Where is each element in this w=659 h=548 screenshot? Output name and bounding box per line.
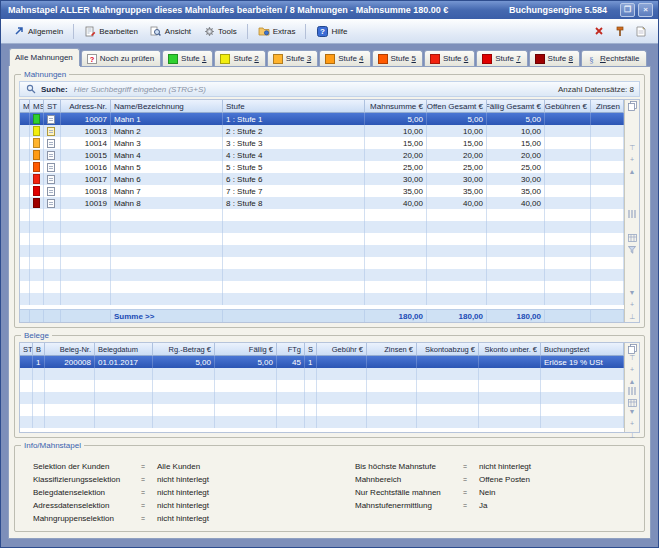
- menu-item-hilfe[interactable]: ?Hilfe: [311, 23, 352, 40]
- info-group: Info/Mahnstapel Selektion der Kunden=All…: [14, 445, 645, 532]
- empty-row: [20, 368, 624, 380]
- grid-icon[interactable]: [627, 398, 638, 407]
- stufe-color-icon: [220, 54, 230, 64]
- beleg-row[interactable]: 120000801.01.20175,005,00451Erlöse 19 % …: [20, 356, 624, 368]
- menu-item-label: Hilfe: [331, 27, 347, 36]
- column-header-f-llig[interactable]: Fällig €: [215, 343, 277, 356]
- column-header-b[interactable]: B: [33, 343, 45, 356]
- column-header-geb-hr[interactable]: Gebühr €: [317, 343, 367, 356]
- info-row: Mahnstufenermittlung=Ja: [355, 499, 640, 512]
- close-red-icon[interactable]: [593, 25, 605, 37]
- info-row: Selektion der Kunden=Alle Kunden: [33, 460, 355, 473]
- empty-row: [20, 404, 624, 416]
- stufe-color-icon: [378, 54, 388, 64]
- equals-separator: =: [463, 489, 479, 496]
- info-label: Mahnstufenermittlung: [355, 501, 463, 510]
- mahnung-row[interactable]: 10015Mahn 44 : Stufe 420,0020,0020,00: [20, 149, 624, 161]
- close-icon[interactable]: ×: [638, 3, 653, 17]
- filter-icon[interactable]: [627, 246, 638, 255]
- empty-row: [20, 293, 624, 305]
- copy-icon[interactable]: [627, 101, 638, 110]
- mahnung-row[interactable]: 10007Mahn 11 : Stufe 15,005,005,00: [20, 113, 624, 125]
- column-header-buchungstext[interactable]: Buchungstext: [541, 343, 624, 356]
- menu-item-tools[interactable]: Tools: [198, 23, 242, 40]
- menu-item-ansicht[interactable]: Ansicht: [145, 23, 196, 40]
- scroll-top-icon[interactable]: ⊤: [627, 143, 638, 152]
- tab-stufe-4[interactable]: Stufe 4: [319, 50, 370, 66]
- copy-icon[interactable]: [627, 344, 638, 353]
- mahnung-row[interactable]: 10017Mahn 66 : Stufe 630,0030,0030,00: [20, 173, 624, 185]
- note-icon[interactable]: [635, 25, 647, 37]
- info-label: Selektion der Kunden: [33, 462, 141, 471]
- pin-icon[interactable]: [614, 25, 626, 37]
- sort-up-icon[interactable]: ▲: [627, 377, 638, 386]
- column-header-name-bezeichnung[interactable]: Name/Bezeichnung: [111, 100, 223, 113]
- stufe-color-icon: [482, 54, 492, 64]
- tab-stufe-3[interactable]: Stufe 3: [267, 50, 318, 66]
- belege-side-toolbar: ⊤+▲▼+⊥: [624, 343, 639, 432]
- column-header-belegdatum[interactable]: Belegdatum: [95, 343, 153, 356]
- restore-icon[interactable]: ❐: [620, 3, 635, 17]
- column-header-s[interactable]: S: [305, 343, 317, 356]
- row-up-icon[interactable]: +: [627, 365, 638, 374]
- row-down-icon[interactable]: +: [627, 300, 638, 309]
- mahnung-row[interactable]: 10019Mahn 88 : Stufe 840,0040,0040,00: [20, 197, 624, 209]
- column-header-offen-gesamt[interactable]: Offen Gesamt €: [427, 100, 487, 113]
- tab-stufe-1[interactable]: Stufe 1: [162, 50, 213, 66]
- column-header-ftg[interactable]: FTg: [277, 343, 305, 356]
- column-header-zinsen[interactable]: Zinsen: [591, 100, 624, 113]
- column-header-ms[interactable]: MS: [30, 100, 44, 113]
- window-frame: Alle Mahnungen?Noch zu prüfenStufe 1Stuf…: [1, 44, 658, 547]
- mahnungen-group-label: Mahnungen: [21, 70, 69, 79]
- search-icon[interactable]: [627, 222, 638, 231]
- column-header-geb-hren[interactable]: Gebühren €: [545, 100, 591, 113]
- column-header-mahnsumme[interactable]: Mahnsumme €: [365, 100, 427, 113]
- column-header-beleg-nr[interactable]: Beleg-Nr.: [45, 343, 95, 356]
- column-header-stufe[interactable]: Stufe: [223, 100, 365, 113]
- menu-item-extras[interactable]: Extras: [253, 23, 301, 40]
- search-label: Suche:: [41, 85, 68, 94]
- column-header-skonto-unber[interactable]: Skonto unber. €: [479, 343, 541, 356]
- info-row: Nur Rechtsfälle mahnen=Nein: [355, 486, 640, 499]
- tab-noch-zu-pr-fen[interactable]: ?Noch zu prüfen: [81, 50, 161, 66]
- tab-stufe-2[interactable]: Stufe 2: [214, 50, 265, 66]
- toolbar-separator: [247, 24, 248, 39]
- tab-stufe-5[interactable]: Stufe 5: [372, 50, 423, 66]
- column-header-skontoabzug[interactable]: Skontoabzug €: [417, 343, 479, 356]
- mahnung-row[interactable]: 10013Mahn 22 : Stufe 210,0010,0010,00: [20, 125, 624, 137]
- grid-icon[interactable]: [627, 234, 638, 243]
- tab-stufe-8[interactable]: Stufe 8: [529, 50, 580, 66]
- row-up-icon[interactable]: +: [627, 155, 638, 164]
- info-label: Klassifizierungsselektion: [33, 475, 141, 484]
- column-header-f-llig-gesamt[interactable]: Fällig Gesamt €: [487, 100, 545, 113]
- scroll-bottom-icon[interactable]: ⊥: [627, 312, 638, 321]
- column-header-st[interactable]: ST: [20, 343, 33, 356]
- search-input[interactable]: [72, 84, 554, 95]
- mahnung-row[interactable]: 10016Mahn 55 : Stufe 525,0025,0025,00: [20, 161, 624, 173]
- menu-item-allgemein[interactable]: Allgemein: [8, 23, 68, 40]
- columns-icon[interactable]: [627, 386, 638, 395]
- scroll-top-icon[interactable]: ⊤: [627, 353, 638, 362]
- sort-up-icon[interactable]: ▲: [627, 167, 638, 176]
- paragraph-icon: §: [587, 54, 597, 64]
- column-header-adress-nr[interactable]: Adress-Nr.: [61, 100, 111, 113]
- tab-stufe-6[interactable]: Stufe 6: [424, 50, 475, 66]
- scroll-bottom-icon[interactable]: ⊥: [627, 431, 638, 440]
- column-header-m[interactable]: M: [20, 100, 30, 113]
- sort-down-icon[interactable]: ▼: [627, 407, 638, 416]
- equals-separator: =: [141, 463, 157, 470]
- column-header-rg-betrag[interactable]: Rg.-Betrag €: [153, 343, 215, 356]
- tab-alle-mahnungen[interactable]: Alle Mahnungen: [9, 48, 80, 66]
- tab-stufe-7[interactable]: Stufe 7: [476, 50, 527, 66]
- tab-rechtsf-lle[interactable]: §Rechtsfälle: [581, 50, 647, 66]
- sort-down-icon[interactable]: ▼: [627, 288, 638, 297]
- mahnung-row[interactable]: 10014Mahn 33 : Stufe 315,0015,0015,00: [20, 137, 624, 149]
- menu-item-bearbeiten[interactable]: Bearbeiten: [79, 23, 143, 40]
- info-value: nicht hinterlegt: [157, 501, 209, 510]
- column-header-zinsen[interactable]: Zinsen €: [367, 343, 417, 356]
- mahnung-row[interactable]: 10018Mahn 77 : Stufe 735,0035,0035,00: [20, 185, 624, 197]
- summe-label: Summe >>: [111, 310, 223, 322]
- columns-icon[interactable]: [627, 210, 638, 219]
- column-header-st[interactable]: ST: [44, 100, 61, 113]
- row-down-icon[interactable]: +: [627, 419, 638, 428]
